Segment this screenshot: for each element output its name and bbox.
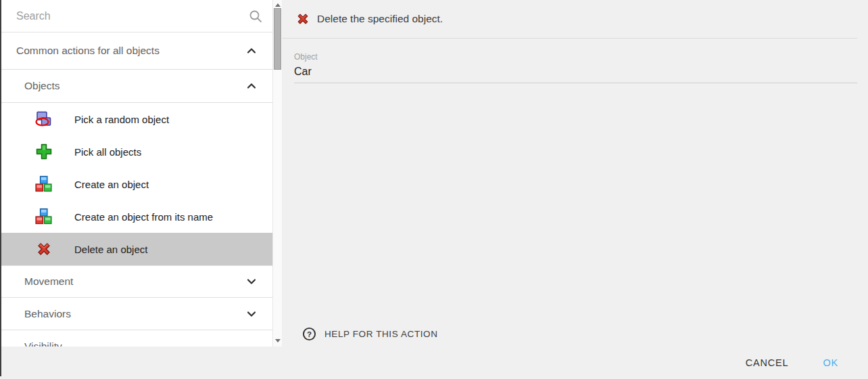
action-header: Delete the specified object. — [282, 0, 857, 39]
ok-button[interactable]: OK — [817, 351, 844, 375]
search-input[interactable] — [0, 0, 223, 32]
chevron-down-icon — [244, 274, 259, 289]
create-object-icon — [35, 208, 53, 225]
section-label: Objects — [24, 80, 60, 92]
action-item-pick-random-object[interactable]: Pick a random object — [0, 103, 272, 135]
help-question-icon — [302, 327, 316, 341]
cancel-button[interactable]: CANCEL — [740, 351, 794, 375]
delete-object-icon — [35, 240, 53, 258]
section-movement[interactable]: Movement — [0, 265, 272, 298]
search-icon — [249, 9, 262, 23]
sidebar-scrollbar[interactable] — [272, 0, 282, 347]
pick-random-object-icon — [35, 110, 53, 128]
action-item-pick-all-objects[interactable]: Pick all objects — [0, 135, 272, 168]
action-item-label: Pick all objects — [74, 146, 141, 158]
action-item-label: Create an object — [74, 179, 149, 190]
scrollbar-up-arrow-icon[interactable] — [275, 3, 281, 7]
actions-sidebar: Common actions for all objects Objects P… — [0, 0, 272, 347]
action-item-label: Delete an object — [74, 244, 147, 255]
object-field-label: Object — [294, 52, 857, 62]
action-item-delete-object[interactable]: Delete an object — [0, 233, 272, 265]
pick-all-objects-icon — [35, 143, 53, 160]
help-button-label: HELP FOR THIS ACTION — [324, 329, 438, 339]
search-bar — [0, 0, 272, 32]
object-field-input[interactable] — [294, 62, 857, 83]
object-field: Object — [294, 52, 857, 83]
create-object-icon — [35, 175, 53, 193]
section-label: Movement — [24, 275, 73, 288]
scrollbar-thumb[interactable] — [274, 8, 281, 70]
chevron-down-icon — [244, 307, 259, 321]
dialog-footer: CANCEL OK — [0, 347, 868, 379]
window-left-edge — [0, 0, 1, 376]
section-visibility[interactable]: Visibility — [0, 330, 272, 347]
action-title: Delete the specified object. — [317, 13, 443, 25]
help-button[interactable]: HELP FOR THIS ACTION — [302, 321, 438, 346]
section-label: Common actions for all objects — [16, 45, 160, 57]
section-behaviors[interactable]: Behaviors — [0, 298, 272, 330]
action-editor-panel: Delete the specified object. Object HELP… — [282, 0, 868, 347]
chevron-up-icon — [244, 79, 259, 93]
action-item-label: Pick a random object — [74, 114, 169, 125]
section-common-actions[interactable]: Common actions for all objects — [0, 32, 272, 70]
section-objects[interactable]: Objects — [0, 70, 272, 103]
action-item-create-object[interactable]: Create an object — [0, 168, 272, 200]
action-item-create-object-from-name[interactable]: Create an object from its name — [0, 200, 272, 233]
delete-object-icon — [295, 12, 310, 26]
section-label: Behaviors — [24, 308, 71, 320]
action-selector-dialog: Common actions for all objects Objects P… — [0, 0, 868, 379]
action-item-label: Create an object from its name — [74, 211, 213, 223]
section-label: Visibility — [24, 340, 62, 347]
chevron-up-icon — [244, 43, 259, 58]
scrollbar-down-arrow-icon[interactable] — [275, 339, 281, 342]
